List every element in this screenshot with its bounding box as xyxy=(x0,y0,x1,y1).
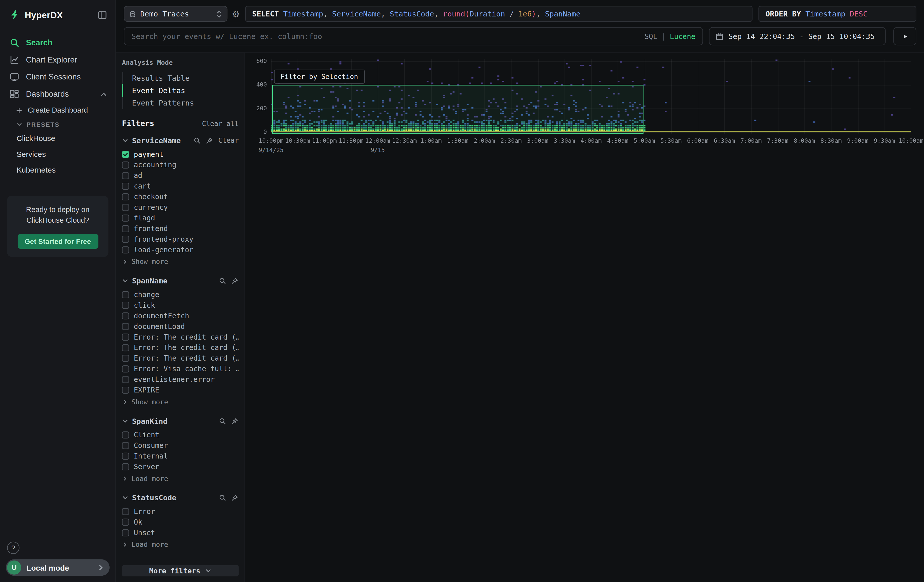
checkbox[interactable] xyxy=(122,442,129,449)
checkbox[interactable] xyxy=(122,376,129,383)
filter-option-accounting[interactable]: accounting xyxy=(122,160,239,170)
pin-icon[interactable] xyxy=(231,417,239,425)
select-query-box[interactable]: SELECT Timestamp, ServiceName, StatusCod… xyxy=(245,6,752,22)
sidebar-collapse-icon[interactable] xyxy=(97,10,107,20)
create-dashboard-button[interactable]: Create Dashboard xyxy=(0,102,116,117)
chevron-down-icon[interactable] xyxy=(122,277,129,284)
filter-option-flagd[interactable]: flagd xyxy=(122,213,239,223)
sidebar-item-client-sessions[interactable]: Client Sessions xyxy=(0,68,116,86)
source-selector[interactable]: Demo Traces xyxy=(124,6,228,22)
pin-icon[interactable] xyxy=(206,137,214,144)
chart-selection-rect[interactable] xyxy=(272,85,643,134)
checkbox[interactable] xyxy=(122,344,129,351)
checkbox[interactable] xyxy=(122,151,129,158)
sidebar-item-services[interactable]: Services xyxy=(0,146,116,162)
lucene-toggle[interactable]: Lucene xyxy=(670,32,695,41)
filter-by-selection-button[interactable]: Filter by Selection xyxy=(274,69,365,84)
gear-icon[interactable]: ⚙ xyxy=(228,8,244,19)
load-more-link[interactable]: Load more xyxy=(122,539,239,550)
filter-option-error-the-credit-card[interactable]: Error: The credit card (… xyxy=(122,353,239,364)
checkbox[interactable] xyxy=(122,508,129,515)
help-button[interactable]: ? xyxy=(7,541,20,554)
filter-group-title[interactable]: StatusCode xyxy=(132,493,177,502)
chevron-down-icon[interactable] xyxy=(122,137,129,144)
tab-event-deltas[interactable]: Event Deltas xyxy=(122,84,239,97)
checkbox[interactable] xyxy=(122,355,129,362)
sidebar-item-search[interactable]: Search xyxy=(0,34,116,51)
filter-option-currency[interactable]: currency xyxy=(122,202,239,213)
checkbox[interactable] xyxy=(122,225,129,232)
checkbox[interactable] xyxy=(122,519,129,526)
checkbox[interactable] xyxy=(122,387,129,394)
filter-option-change[interactable]: change xyxy=(122,290,239,300)
filter-option-error-the-credit-card[interactable]: Error: The credit card (… xyxy=(122,332,239,342)
clear-all-link[interactable]: Clear all xyxy=(202,119,239,128)
chevron-down-icon[interactable] xyxy=(122,494,129,501)
filter-option-internal[interactable]: Internal xyxy=(122,451,239,462)
checkbox[interactable] xyxy=(122,183,129,190)
filter-option-unset[interactable]: Unset xyxy=(122,528,239,538)
filter-option-documentload[interactable]: documentLoad xyxy=(122,321,239,332)
checkbox[interactable] xyxy=(122,291,129,298)
more-filters-button[interactable]: More filters xyxy=(122,565,239,576)
checkbox[interactable] xyxy=(122,162,129,168)
filter-group-title[interactable]: SpanName xyxy=(132,276,167,285)
chevron-down-icon[interactable] xyxy=(122,417,129,424)
checkbox[interactable] xyxy=(122,214,129,222)
filter-option-client[interactable]: Client xyxy=(122,430,239,440)
filter-option-expire[interactable]: EXPIRE xyxy=(122,385,239,396)
filter-option-cart[interactable]: cart xyxy=(122,181,239,191)
search-icon[interactable] xyxy=(219,494,226,501)
filter-option-error-the-credit-card[interactable]: Error: The credit card (… xyxy=(122,342,239,353)
filter-option-documentfetch[interactable]: documentFetch xyxy=(122,310,239,321)
checkbox[interactable] xyxy=(122,246,129,254)
checkbox[interactable] xyxy=(122,312,129,319)
tab-results-table[interactable]: Results Table xyxy=(122,72,239,84)
checkbox[interactable] xyxy=(122,333,129,341)
filter-option-error-visa-cache-full[interactable]: Error: Visa cache full: … xyxy=(122,364,239,374)
checkbox[interactable] xyxy=(122,365,129,373)
filter-option-checkout[interactable]: checkout xyxy=(122,191,239,202)
checkbox[interactable] xyxy=(122,193,129,200)
sidebar-item-dashboards[interactable]: Dashboards xyxy=(0,86,116,103)
filter-option-frontend-proxy[interactable]: frontend-proxy xyxy=(122,234,239,245)
checkbox[interactable] xyxy=(122,463,129,470)
search-icon[interactable] xyxy=(219,277,226,284)
filter-option-eventlistener-error[interactable]: eventListener.error xyxy=(122,374,239,385)
checkbox[interactable] xyxy=(122,204,129,211)
chevron-up-icon[interactable] xyxy=(100,91,107,98)
filter-option-frontend[interactable]: frontend xyxy=(122,223,239,234)
load-more-link[interactable]: Load more xyxy=(122,473,239,484)
show-more-link[interactable]: Show more xyxy=(122,256,239,267)
get-started-button[interactable]: Get Started for Free xyxy=(17,234,98,249)
filter-option-error[interactable]: Error xyxy=(122,506,239,517)
tab-event-patterns[interactable]: Event Patterns xyxy=(122,97,239,109)
filter-group-title[interactable]: ServiceName xyxy=(132,136,181,145)
filter-option-consumer[interactable]: Consumer xyxy=(122,440,239,451)
sidebar-item-clickhouse[interactable]: ClickHouse xyxy=(0,130,116,146)
clear-filter-link[interactable]: Clear xyxy=(218,136,239,145)
checkbox[interactable] xyxy=(122,453,129,460)
checkbox[interactable] xyxy=(122,236,129,243)
search-icon[interactable] xyxy=(219,417,226,425)
sidebar-item-chart-explorer[interactable]: Chart Explorer xyxy=(0,51,116,69)
filter-option-ad[interactable]: ad xyxy=(122,170,239,181)
filter-option-load-generator[interactable]: load-generator xyxy=(122,245,239,256)
date-range-picker[interactable]: Sep 14 22:04:35 - Sep 15 10:04:35 xyxy=(709,27,886,45)
search-input[interactable] xyxy=(131,32,640,41)
checkbox[interactable] xyxy=(122,432,129,439)
sidebar-item-kubernetes[interactable]: Kubernetes xyxy=(0,162,116,178)
user-menu[interactable]: U Local mode xyxy=(6,559,110,576)
filter-option-payment[interactable]: payment xyxy=(122,149,239,160)
pin-icon[interactable] xyxy=(231,277,239,284)
filter-option-ok[interactable]: Ok xyxy=(122,517,239,528)
order-by-box[interactable]: ORDER BY Timestamp DESC xyxy=(759,6,916,22)
run-query-button[interactable] xyxy=(893,27,916,45)
presets-toggle[interactable]: PRESETS xyxy=(0,117,116,130)
checkbox[interactable] xyxy=(122,323,129,330)
show-more-link[interactable]: Show more xyxy=(122,397,239,407)
sql-toggle[interactable]: SQL xyxy=(644,32,657,41)
checkbox[interactable] xyxy=(122,302,129,309)
duration-heatmap-chart[interactable]: Filter by Selection 020040060010:00pm10:… xyxy=(245,53,924,582)
checkbox[interactable] xyxy=(122,529,129,536)
